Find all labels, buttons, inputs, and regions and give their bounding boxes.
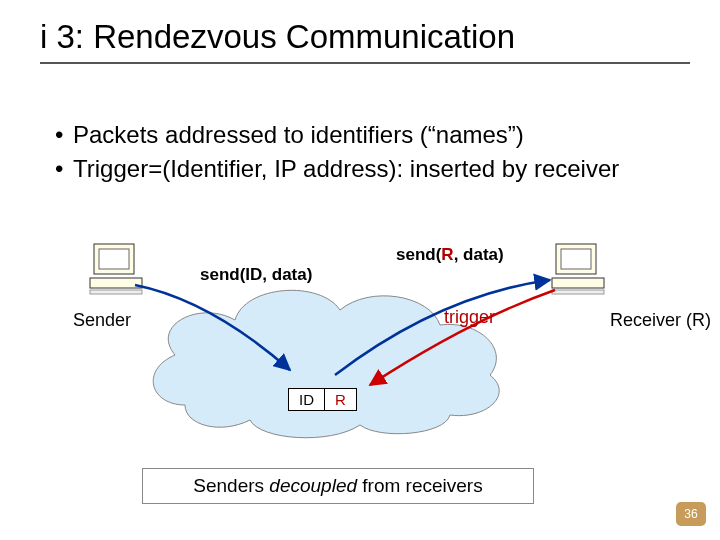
label-sender: Sender	[73, 310, 131, 331]
trigger-box-id: ID	[289, 389, 325, 410]
bullet-item: • Trigger=(Identifier, IP address): inse…	[55, 154, 660, 184]
slide-title: i 3: Rendezvous Communication	[40, 18, 690, 56]
caption-a: Senders	[193, 475, 269, 496]
sender-computer-icon	[90, 244, 142, 294]
page-number-badge: 36	[676, 502, 706, 526]
slide: i 3: Rendezvous Communication • Packets …	[0, 0, 720, 540]
page-number: 36	[684, 507, 697, 521]
diagram-svg	[0, 230, 720, 460]
svg-rect-6	[552, 278, 604, 288]
trigger-box-r: R	[325, 389, 356, 410]
label-send-r: send(R, data)	[396, 245, 504, 265]
caption-b: decoupled	[269, 475, 357, 496]
caption: Senders decoupled from receivers	[142, 468, 534, 504]
label-trigger: trigger	[444, 307, 495, 328]
label-send-r-r: R	[441, 245, 453, 264]
label-send-r-prefix: send(	[396, 245, 441, 264]
svg-rect-2	[90, 278, 142, 288]
svg-rect-3	[90, 290, 142, 294]
svg-rect-5	[561, 249, 591, 269]
bullet-dot-icon: •	[55, 154, 73, 184]
bullet-dot-icon: •	[55, 120, 73, 150]
title-bar: i 3: Rendezvous Communication	[40, 18, 690, 64]
bullet-item: • Packets addressed to identifiers (“nam…	[55, 120, 660, 150]
diagram: send(ID, data) send(R, data) Sender Rece…	[0, 230, 720, 460]
receiver-computer-icon	[552, 244, 604, 294]
bullet-text: Packets addressed to identifiers (“names…	[73, 120, 524, 150]
label-send-r-suffix: , data)	[454, 245, 504, 264]
svg-rect-1	[99, 249, 129, 269]
label-receiver: Receiver (R)	[610, 310, 711, 331]
label-send-id: send(ID, data)	[200, 265, 312, 285]
trigger-box: ID R	[288, 388, 357, 411]
svg-rect-7	[552, 290, 604, 294]
bullet-text: Trigger=(Identifier, IP address): insert…	[73, 154, 619, 184]
caption-c: from receivers	[357, 475, 483, 496]
bullet-list: • Packets addressed to identifiers (“nam…	[55, 120, 660, 188]
